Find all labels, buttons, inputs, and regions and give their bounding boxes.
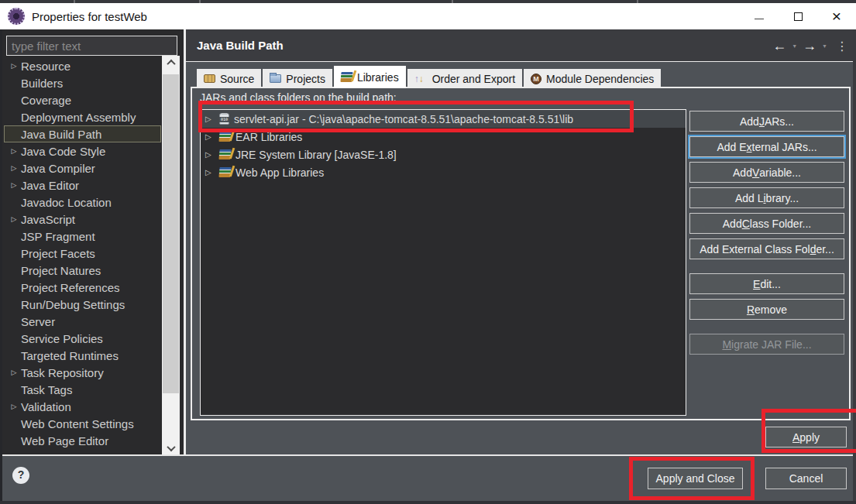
library-icon — [218, 167, 231, 177]
sidebar-item-javascript[interactable]: ▷JavaScript — [4, 211, 161, 228]
close-button[interactable]: × — [817, 3, 856, 29]
properties-dialog: { "titlebar": { "title": "Properties for… — [0, 0, 856, 504]
build-path-tree: ▷servlet-api.jar - C:\java\apache-tomcat… — [200, 109, 686, 416]
chevron-right-icon[interactable]: ▷ — [7, 148, 21, 155]
module-icon — [531, 74, 541, 84]
add-library-button[interactable]: Add Library... — [689, 187, 844, 208]
chevron-right-icon[interactable]: ▷ — [205, 151, 215, 159]
tree-row-label: EAR Libraries — [235, 131, 302, 143]
forward-icon[interactable]: → — [803, 39, 816, 53]
tab-label: Order and Export — [432, 73, 515, 85]
tree-row-jre[interactable]: ▷JRE System Library [JavaSE-1.8] — [201, 146, 686, 163]
back-icon[interactable]: ← — [772, 39, 786, 53]
sidebar-item-label: Project Natures — [21, 264, 101, 277]
sidebar-item-label: Task Tags — [21, 383, 72, 396]
sidebar-item-targeted-runtimes[interactable]: ▷Targeted Runtimes — [4, 347, 161, 364]
chevron-up-icon — [167, 60, 175, 68]
sidebar-item-deployment-assembly[interactable]: ▷Deployment Assembly — [4, 108, 161, 125]
window-edge-right — [853, 29, 856, 504]
tree-row-servlet-api-jar[interactable]: ▷servlet-api.jar - C:\java\apache-tomcat… — [201, 110, 686, 128]
sidebar-item-label: Targeted Runtimes — [21, 349, 119, 362]
sidebar-item-web-page-editor[interactable]: ▷Web Page Editor — [4, 432, 161, 449]
sidebar-item-jsp-fragment[interactable]: ▷JSP Fragment — [4, 228, 161, 245]
sidebar-item-resource[interactable]: ▷Resource — [4, 57, 161, 74]
remove-button[interactable]: Remove — [689, 299, 844, 320]
forward-dropdown-icon[interactable]: ▼ — [822, 43, 827, 49]
add-variable-button[interactable]: Add Variable... — [689, 162, 844, 183]
apply-and-close-button[interactable]: Apply and Close — [648, 468, 743, 489]
sidebar-item-task-tags[interactable]: ▷Task Tags — [4, 381, 161, 398]
back-dropdown-icon[interactable]: ▼ — [792, 43, 797, 49]
chevron-right-icon[interactable]: ▷ — [7, 182, 21, 189]
sidebar-item-java-build-path[interactable]: ▷Java Build Path — [4, 125, 161, 142]
edit-button[interactable]: Edit... — [689, 273, 844, 294]
sidebar-item-java-compiler[interactable]: ▷Java Compiler — [4, 159, 161, 177]
help-icon[interactable] — [12, 467, 29, 484]
cancel-button[interactable]: Cancel — [765, 468, 847, 489]
sidebar-item-label: JSP Fragment — [21, 230, 95, 243]
down-arrow-icon: ↓ — [419, 74, 424, 84]
sidebar-item-task-repository[interactable]: ▷Task Repository — [4, 364, 161, 381]
sidebar-item-run-debug-settings[interactable]: ▷Run/Debug Settings — [4, 296, 161, 313]
sidebar-item-java-code-style[interactable]: ▷Java Code Style — [4, 142, 161, 159]
tree-row-label: servlet-api.jar - C:\java\apache-tomcat-… — [234, 113, 573, 125]
sidebar-item-service-policies[interactable]: ▷Service Policies — [4, 330, 161, 347]
sidebar-item-label: JavaScript — [21, 213, 75, 226]
title-bar: Properties for testWeb × — [0, 3, 856, 29]
tab-label: Source — [220, 73, 254, 85]
tab-order-and-export[interactable]: ↑↓Order and Export — [407, 69, 522, 88]
tab-module-dependencies[interactable]: Module Dependencies — [524, 69, 661, 88]
chevron-right-icon[interactable]: ▷ — [205, 133, 215, 141]
view-menu-icon[interactable]: ⋮ — [836, 39, 848, 53]
sidebar-item-label: Coverage — [21, 94, 71, 107]
scrollbar-thumb[interactable] — [163, 74, 179, 393]
chevron-right-icon[interactable]: ▷ — [7, 63, 21, 70]
sidebar-item-web-content-settings[interactable]: ▷Web Content Settings — [4, 415, 161, 432]
add-external-class-folder-button[interactable]: Add External Class Folder... — [689, 238, 844, 259]
sidebar-item-project-references[interactable]: ▷Project References — [4, 279, 161, 296]
sidebar-item-javadoc-location[interactable]: ▷Javadoc Location — [4, 194, 161, 211]
sidebar-item-java-editor[interactable]: ▷Java Editor — [4, 177, 161, 194]
tab-label: Libraries — [357, 71, 399, 84]
sidebar-item-project-natures[interactable]: ▷Project Natures — [4, 262, 161, 279]
jar-icon — [219, 113, 229, 125]
tree-row-ear[interactable]: ▷EAR Libraries — [201, 128, 686, 146]
filter-input[interactable] — [6, 36, 177, 56]
sidebar-item-label: Builders — [21, 77, 63, 90]
folder-icon — [270, 74, 281, 83]
minimize-button[interactable] — [740, 3, 779, 29]
chevron-right-icon[interactable]: ▷ — [7, 216, 21, 223]
sidebar-scrollbar[interactable] — [162, 56, 180, 455]
apply-button[interactable]: Apply — [765, 427, 847, 447]
tree-row-web[interactable]: ▷Web App Libraries — [201, 163, 686, 181]
chevron-right-icon[interactable]: ▷ — [205, 115, 215, 123]
tab-libraries[interactable]: Libraries — [334, 66, 406, 88]
sidebar-divider — [184, 29, 186, 455]
sidebar-item-label: Server — [21, 315, 55, 328]
library-icon — [218, 149, 231, 159]
window-edge-left — [0, 29, 2, 504]
add-external-jars-button[interactable]: Add External JARs... — [689, 136, 844, 157]
sidebar-item-validation[interactable]: ▷Validation — [4, 398, 161, 415]
sidebar-item-coverage[interactable]: ▷Coverage — [4, 91, 161, 108]
sidebar-item-builders[interactable]: ▷Builders — [4, 74, 161, 91]
add-jars-button[interactable]: Add JARs... — [689, 111, 844, 132]
chevron-right-icon[interactable]: ▷ — [7, 369, 21, 376]
page-header: Java Build Path ← ▼ → ▼ ⋮ — [186, 29, 856, 62]
tab-source[interactable]: Source — [197, 69, 261, 88]
library-icon — [218, 132, 231, 142]
sidebar-item-label: Java Editor — [21, 179, 79, 192]
window-controls: × — [740, 3, 856, 29]
chevron-right-icon[interactable]: ▷ — [7, 403, 21, 410]
chevron-right-icon[interactable]: ▷ — [205, 169, 215, 177]
tree-row-label: Web App Libraries — [235, 166, 324, 179]
migrate-jar-file-button[interactable]: Migrate JAR File... — [689, 334, 844, 355]
maximize-button[interactable] — [779, 3, 817, 29]
scroll-up-button[interactable] — [162, 56, 180, 70]
chevron-right-icon[interactable]: ▷ — [7, 165, 21, 172]
sidebar-item-project-facets[interactable]: ▷Project Facets — [4, 245, 161, 262]
sidebar-item-server[interactable]: ▷Server — [4, 313, 161, 330]
scroll-down-button[interactable] — [162, 441, 180, 455]
tab-projects[interactable]: Projects — [263, 69, 332, 88]
add-class-folder-button[interactable]: Add Class Folder... — [689, 213, 844, 234]
